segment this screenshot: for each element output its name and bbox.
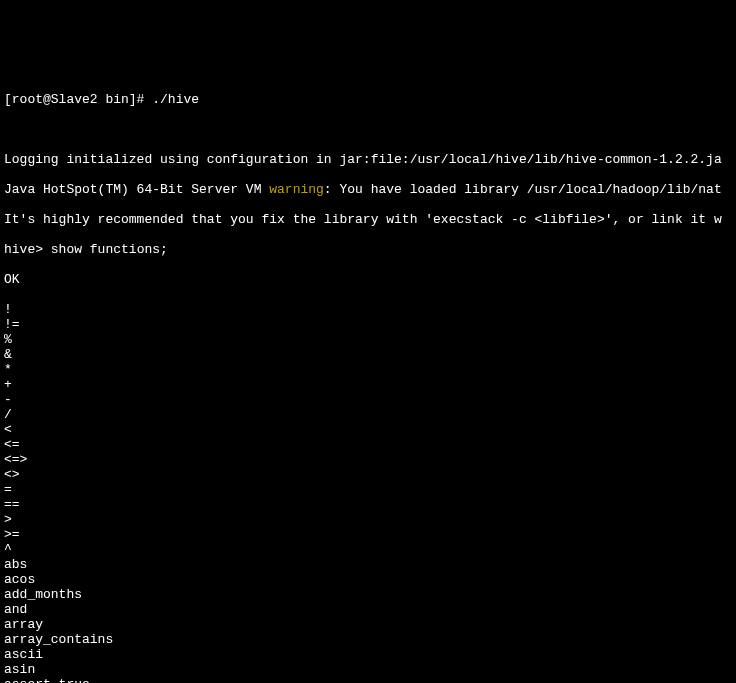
function-item: and (4, 602, 732, 617)
function-item: == (4, 497, 732, 512)
function-item: * (4, 362, 732, 377)
function-item: & (4, 347, 732, 362)
terminal-line-hotspot: Java HotSpot(TM) 64-Bit Server VM warnin… (4, 182, 732, 197)
function-item: = (4, 482, 732, 497)
function-item: ! (4, 302, 732, 317)
function-item: - (4, 392, 732, 407)
hotspot-suffix: : You have loaded library /usr/local/had… (324, 182, 722, 197)
function-item: >= (4, 527, 732, 542)
function-item: ascii (4, 647, 732, 662)
terminal-line-hive: hive> show functions; (4, 242, 732, 257)
function-item: array_contains (4, 632, 732, 647)
function-item: > (4, 512, 732, 527)
function-item: ^ (4, 542, 732, 557)
hive-prompt: hive> (4, 242, 51, 257)
function-item: + (4, 377, 732, 392)
terminal-line-blank (4, 122, 732, 137)
terminal-line-log: Logging initialized using configuration … (4, 152, 732, 167)
function-item: != (4, 317, 732, 332)
function-item: assert_true (4, 677, 732, 683)
function-item: <= (4, 437, 732, 452)
function-item: add_months (4, 587, 732, 602)
functions-output: !!=%&*+-/<<=<=><>===>>=^absacosadd_month… (4, 302, 732, 683)
function-item: / (4, 407, 732, 422)
function-item: acos (4, 572, 732, 587)
hotspot-warning: warning (269, 182, 324, 197)
terminal-line-ok: OK (4, 272, 732, 287)
hotspot-prefix: Java HotSpot(TM) 64-Bit Server VM (4, 182, 269, 197)
function-item: abs (4, 557, 732, 572)
shell-prompt: [root@Slave2 bin]# (4, 92, 152, 107)
function-item: array (4, 617, 732, 632)
function-item: < (4, 422, 732, 437)
shell-command: ./hive (152, 92, 199, 107)
function-item: <=> (4, 452, 732, 467)
terminal-line-top (4, 62, 732, 77)
function-item: % (4, 332, 732, 347)
function-item: asin (4, 662, 732, 677)
terminal-line-recommend: It's highly recommended that you fix the… (4, 212, 732, 227)
hive-command: show functions; (51, 242, 168, 257)
terminal-line-prompt: [root@Slave2 bin]# ./hive (4, 92, 732, 107)
function-item: <> (4, 467, 732, 482)
